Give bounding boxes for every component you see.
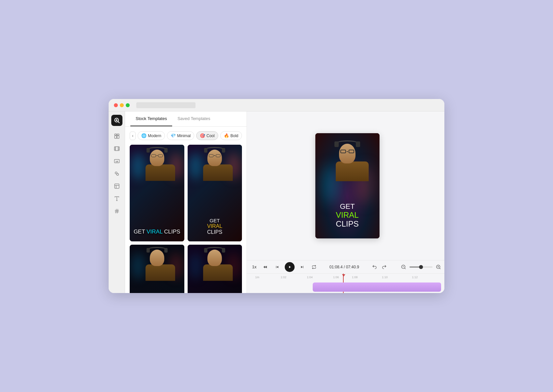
sidebar <box>109 111 125 293</box>
panel-tabs: Stock Templates Saved Templates <box>125 111 247 127</box>
panel-content: ‹ 🌐 Modern 💎 Minimal 🎯 Cool 🔥 <box>125 127 247 293</box>
filter-cool[interactable]: 🎯 Cool <box>196 131 218 140</box>
ruler-mark-108: 1:08 <box>352 276 358 279</box>
filter-back-button[interactable]: ‹ <box>130 132 136 140</box>
templates-grid: GET VIRAL CLIPS <box>130 145 242 293</box>
minimal-icon: 💎 <box>171 133 176 138</box>
filter-cool-label: Cool <box>206 134 215 138</box>
rewind-button[interactable] <box>261 263 270 271</box>
zoom-slider[interactable] <box>409 266 433 268</box>
preview-card: GET VIRAL CLIPS <box>315 133 380 238</box>
preview-area: GET VIRAL CLIPS 1x <box>247 111 444 293</box>
step-back-button[interactable] <box>273 263 281 271</box>
zoom-controls <box>400 263 442 271</box>
ruler-mark-112: 1:12 <box>412 276 418 279</box>
tab-saved-templates[interactable]: Saved Templates <box>172 111 216 126</box>
ruler-mark-104: 1:04 <box>307 276 313 279</box>
undo-button[interactable] <box>370 263 379 271</box>
title-bar <box>109 99 444 111</box>
time-display: 01:08.4 / 07:40.9 <box>329 265 359 269</box>
minimize-dot[interactable] <box>120 103 124 107</box>
template-card-1[interactable]: GET VIRAL CLIPS <box>130 145 184 241</box>
media-icon <box>114 183 120 189</box>
templates-panel: Stock Templates Saved Templates ‹ 🌐 Mode… <box>125 111 247 293</box>
sidebar-item-hashtag[interactable] <box>111 206 122 217</box>
timeline-track[interactable] <box>313 282 441 292</box>
url-bar <box>136 102 196 108</box>
time-current: 01:08.4 <box>329 265 343 269</box>
undo-redo-controls <box>370 263 388 271</box>
sidebar-item-clips[interactable] <box>111 143 122 154</box>
cc-icon <box>114 158 120 164</box>
filter-minimal[interactable]: 💎 Minimal <box>167 131 194 140</box>
template-2-text: GET VIRAL CLIPS <box>188 218 242 235</box>
hashtag-icon <box>114 208 120 214</box>
ruler-mark-106: 1:06 <box>333 276 339 279</box>
svg-rect-5 <box>115 136 117 138</box>
time-total: 07:40.9 <box>346 265 359 269</box>
sidebar-item-captions[interactable] <box>111 156 122 167</box>
timeline-controls: 1x <box>247 260 444 274</box>
window-controls <box>114 103 130 107</box>
logo-icon <box>114 117 120 124</box>
timeline-track-area <box>247 281 444 293</box>
template-card-4[interactable] <box>188 245 242 293</box>
zoom-in-button[interactable] <box>434 263 442 271</box>
svg-point-16 <box>117 173 118 175</box>
text-icon <box>114 196 120 202</box>
svg-rect-3 <box>115 134 117 135</box>
zoom-out-button[interactable] <box>400 263 408 271</box>
filter-minimal-label: Minimal <box>177 134 191 138</box>
step-forward-button[interactable] <box>298 263 306 271</box>
template-card-2[interactable]: GET VIRAL CLIPS <box>188 145 242 241</box>
ruler-mark-110: 1:10 <box>382 276 388 279</box>
template-card-3[interactable] <box>130 245 184 293</box>
svg-line-24 <box>405 268 406 269</box>
modern-icon: 🌐 <box>141 133 146 138</box>
filter-bold-label: Bold <box>230 134 238 138</box>
svg-rect-7 <box>114 147 119 151</box>
svg-rect-6 <box>117 136 119 138</box>
loop-button[interactable] <box>310 263 318 271</box>
grid-icon <box>114 133 120 139</box>
preview-main: GET VIRAL CLIPS <box>247 111 444 260</box>
film-icon <box>114 146 120 152</box>
playhead-indicator <box>342 274 345 277</box>
sidebar-item-elements[interactable] <box>111 168 122 179</box>
ruler-marks: 1m 1:02 1:04 1:06 1:08 1:10 1:12 <box>253 274 441 281</box>
filter-bold[interactable]: 🔥 Bold <box>220 131 242 140</box>
time-separator: / <box>344 265 346 269</box>
filter-row: ‹ 🌐 Modern 💎 Minimal 🎯 Cool 🔥 <box>130 131 242 140</box>
svg-rect-17 <box>115 184 119 188</box>
play-button[interactable] <box>285 262 295 272</box>
cool-icon: 🎯 <box>200 133 205 138</box>
template-1-text: GET VIRAL CLIPS <box>130 229 184 235</box>
tab-stock-templates[interactable]: Stock Templates <box>130 111 172 126</box>
speed-label: 1x <box>252 265 256 269</box>
sidebar-item-templates[interactable] <box>111 131 122 142</box>
redo-button[interactable] <box>380 263 388 271</box>
filter-modern-label: Modern <box>148 134 161 138</box>
sidebar-item-text[interactable] <box>111 193 122 204</box>
timeline-ruler: 1m 1:02 1:04 1:06 1:08 1:10 1:12 <box>247 274 444 281</box>
close-dot[interactable] <box>114 103 118 107</box>
ruler-mark-102: 1:02 <box>280 276 286 279</box>
main-layout: Stock Templates Saved Templates ‹ 🌐 Mode… <box>109 111 444 293</box>
logo-button[interactable] <box>111 115 122 126</box>
maximize-dot[interactable] <box>126 103 130 107</box>
timeline-area: 1x <box>247 260 444 293</box>
svg-line-2 <box>118 121 119 123</box>
preview-text: GET VIRAL CLIPS <box>315 202 380 229</box>
svg-line-20 <box>116 209 117 213</box>
app-window: Stock Templates Saved Templates ‹ 🌐 Mode… <box>109 99 444 293</box>
svg-line-28 <box>439 268 440 269</box>
svg-line-21 <box>117 209 118 213</box>
elements-icon <box>114 171 120 177</box>
filter-modern[interactable]: 🌐 Modern <box>138 131 165 140</box>
sidebar-item-media[interactable] <box>111 181 122 192</box>
bold-icon: 🔥 <box>224 133 229 138</box>
svg-rect-4 <box>117 134 119 135</box>
ruler-mark-1m: 1m <box>255 276 259 279</box>
svg-point-1 <box>116 119 117 121</box>
